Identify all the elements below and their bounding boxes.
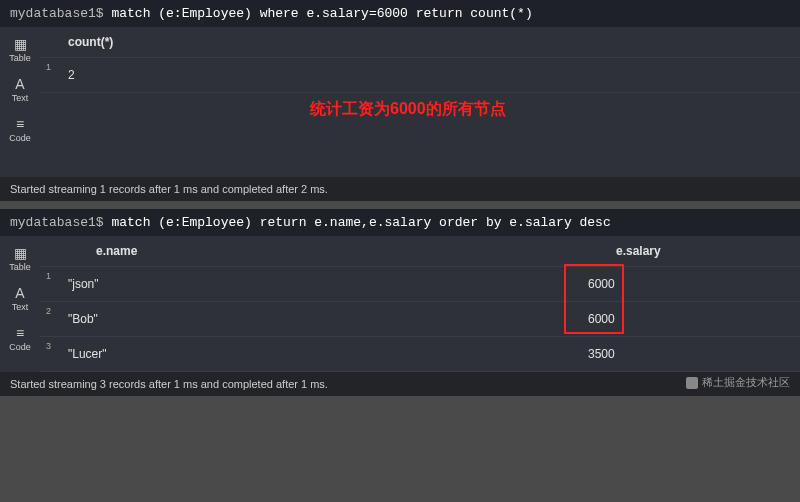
query-panel-1: mydatabase1$ match (e:Employee) where e.… bbox=[0, 0, 800, 201]
watermark-text: 稀土掘金技术社区 bbox=[702, 375, 790, 390]
cell-name: "Lucer" bbox=[40, 337, 560, 371]
row-number: 3 bbox=[46, 341, 51, 351]
column-header-count: count(*) bbox=[68, 35, 800, 49]
table-row: 2 "Bob" 6000 bbox=[40, 302, 800, 337]
result-area-1: count(*) 1 2 统计工资为6000的所有节点 bbox=[40, 27, 800, 177]
watermark-logo-icon bbox=[686, 377, 698, 389]
result-table: count(*) 1 2 bbox=[40, 27, 800, 93]
cell-name: "Bob" bbox=[40, 302, 560, 336]
code-icon: ≡ bbox=[16, 326, 24, 340]
column-header-name: e.name bbox=[68, 244, 588, 258]
result-area-2: e.name e.salary 1 "json" 6000 2 "Bob" 60… bbox=[40, 236, 800, 372]
status-bar: Started streaming 1 records after 1 ms a… bbox=[0, 177, 800, 201]
row-number: 2 bbox=[46, 306, 51, 316]
code-icon: ≡ bbox=[16, 117, 24, 131]
prompt-label: mydatabase1$ bbox=[10, 6, 104, 21]
prompt-label: mydatabase1$ bbox=[10, 215, 104, 230]
cell-value: 2 bbox=[40, 58, 800, 92]
table-row: 1 2 bbox=[40, 58, 800, 93]
text-label: Text bbox=[12, 93, 29, 103]
query-panel-2: mydatabase1$ match (e:Employee) return e… bbox=[0, 209, 800, 396]
text-icon: A bbox=[15, 77, 24, 91]
cell-name: "json" bbox=[40, 267, 560, 301]
result-header: e.name e.salary bbox=[40, 236, 800, 267]
table-icon: ▦ bbox=[14, 246, 27, 260]
text-label: Text bbox=[12, 302, 29, 312]
cell-salary: 6000 bbox=[560, 267, 800, 301]
table-label: Table bbox=[9, 262, 31, 272]
code-view-button[interactable]: ≡ Code bbox=[3, 322, 37, 356]
view-sidebar: ▦ Table A Text ≡ Code bbox=[0, 27, 40, 177]
row-number: 1 bbox=[46, 62, 51, 72]
row-number: 1 bbox=[46, 271, 51, 281]
cell-salary: 3500 bbox=[560, 337, 800, 371]
query-text: match (e:Employee) where e.salary=6000 r… bbox=[111, 6, 532, 21]
watermark: 稀土掘金技术社区 bbox=[686, 375, 790, 390]
code-view-button[interactable]: ≡ Code bbox=[3, 113, 37, 147]
result-table: e.name e.salary 1 "json" 6000 2 "Bob" 60… bbox=[40, 236, 800, 372]
table-icon: ▦ bbox=[14, 37, 27, 51]
view-sidebar: ▦ Table A Text ≡ Code bbox=[0, 236, 40, 372]
text-view-button[interactable]: A Text bbox=[3, 282, 37, 316]
text-icon: A bbox=[15, 286, 24, 300]
result-header: count(*) bbox=[40, 27, 800, 58]
column-header-salary: e.salary bbox=[588, 244, 800, 258]
code-label: Code bbox=[9, 342, 31, 352]
table-label: Table bbox=[9, 53, 31, 63]
table-row: 3 "Lucer" 3500 bbox=[40, 337, 800, 372]
query-input-bar[interactable]: mydatabase1$ match (e:Employee) where e.… bbox=[0, 0, 800, 27]
annotation-text: 统计工资为6000的所有节点 bbox=[310, 99, 506, 120]
text-view-button[interactable]: A Text bbox=[3, 73, 37, 107]
status-bar: Started streaming 3 records after 1 ms a… bbox=[0, 372, 800, 396]
table-row: 1 "json" 6000 bbox=[40, 267, 800, 302]
code-label: Code bbox=[9, 133, 31, 143]
table-view-button[interactable]: ▦ Table bbox=[3, 242, 37, 276]
cell-salary: 6000 bbox=[560, 302, 800, 336]
query-input-bar[interactable]: mydatabase1$ match (e:Employee) return e… bbox=[0, 209, 800, 236]
query-text: match (e:Employee) return e.name,e.salar… bbox=[111, 215, 610, 230]
table-view-button[interactable]: ▦ Table bbox=[3, 33, 37, 67]
